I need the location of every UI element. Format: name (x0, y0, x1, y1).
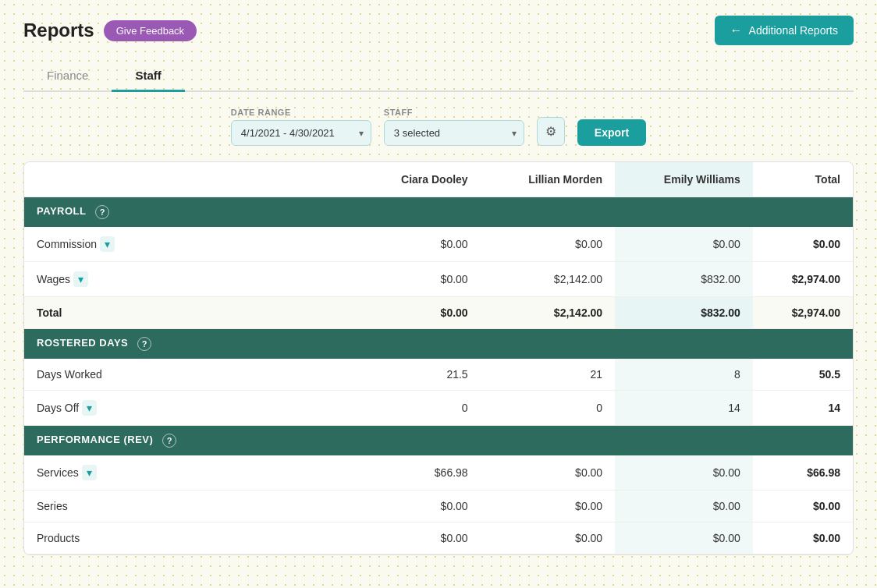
col-header-ciara: Ciara Dooley (356, 162, 481, 197)
wages-total: $2,974.00 (753, 262, 853, 297)
table-row: Series $0.00 $0.00 $0.00 $0.00 (24, 491, 853, 522)
row-label-wages: Wages ▾ (24, 262, 356, 297)
section-title-payroll: PAYROLL (37, 205, 86, 217)
header-left: Reports Give Feedback (23, 19, 197, 41)
dropdown-arrow-icon: ▾ (78, 273, 83, 285)
col-header-total: Total (753, 162, 853, 197)
wages-ciara: $0.00 (356, 262, 481, 297)
services-lillian: $0.00 (481, 455, 616, 491)
payroll-total-label: Total (24, 297, 356, 329)
settings-button[interactable]: ⚙ (537, 117, 565, 146)
tabs-row: Finance Staff (23, 61, 854, 92)
table-header: Ciara Dooley Lillian Morden Emily Willia… (24, 162, 853, 197)
days-off-dropdown-button[interactable]: ▾ (82, 400, 97, 416)
tab-staff[interactable]: Staff (112, 61, 184, 92)
arrow-left-icon: ← (730, 23, 743, 37)
staff-filter-group: STAFF 3 selected ▾ (384, 108, 524, 146)
col-header-lillian: Lillian Morden (481, 162, 616, 197)
staff-select-wrapper: 3 selected ▾ (384, 120, 524, 146)
series-emily: $0.00 (615, 491, 753, 522)
commission-total: $0.00 (753, 227, 853, 262)
services-total: $66.98 (753, 455, 853, 491)
payroll-total-total: $2,974.00 (753, 297, 853, 329)
payroll-total-row: Total $0.00 $2,142.00 $832.00 $2,974.00 (24, 297, 853, 329)
payroll-total-ciara: $0.00 (356, 297, 481, 329)
col-header-label (24, 162, 356, 197)
page-title: Reports (23, 19, 94, 41)
table-row: Days Off ▾ 0 0 14 14 (24, 391, 853, 426)
products-emily: $0.00 (615, 522, 753, 554)
date-range-label: DATE RANGE (231, 108, 371, 117)
series-lillian: $0.00 (481, 491, 616, 522)
row-label-products: Products (24, 522, 356, 554)
export-button[interactable]: Export (577, 119, 646, 146)
report-table-container: Ciara Dooley Lillian Morden Emily Willia… (23, 161, 854, 555)
products-lillian: $0.00 (481, 522, 616, 554)
col-header-emily: Emily Williams (615, 162, 753, 197)
series-ciara: $0.00 (356, 491, 481, 522)
additional-reports-label: Additional Reports (749, 24, 838, 37)
table-row: Commission ▾ $0.00 $0.00 $0.00 $0.00 (24, 227, 853, 262)
days-off-lillian: 0 (481, 391, 616, 426)
section-header-rostered-days: ROSTERED DAYS ? (24, 329, 853, 360)
table-row: Days Worked 21.5 21 8 50.5 (24, 359, 853, 391)
give-feedback-button[interactable]: Give Feedback (104, 20, 197, 41)
wages-emily: $832.00 (615, 262, 753, 297)
commission-lillian: $0.00 (481, 227, 616, 262)
row-label-days-worked: Days Worked (24, 359, 356, 391)
wages-lillian: $2,142.00 (481, 262, 616, 297)
days-off-emily: 14 (615, 391, 753, 426)
series-total: $0.00 (753, 491, 853, 522)
days-worked-total: 50.5 (753, 359, 853, 391)
row-label-services: Services ▾ (24, 455, 356, 491)
days-off-total: 14 (753, 391, 853, 426)
date-range-select[interactable]: 4/1/2021 - 4/30/2021 (231, 120, 371, 146)
filters-row: DATE RANGE 4/1/2021 - 4/30/2021 ▾ STAFF … (23, 108, 854, 146)
days-worked-lillian: 21 (481, 359, 616, 391)
days-off-ciara: 0 (356, 391, 481, 426)
dropdown-arrow-icon: ▾ (87, 402, 92, 414)
row-label-series: Series (24, 491, 356, 522)
additional-reports-button[interactable]: ← Additional Reports (715, 16, 854, 45)
dropdown-arrow-icon: ▾ (105, 238, 110, 250)
wages-dropdown-button[interactable]: ▾ (73, 271, 88, 287)
table-body: PAYROLL ? Commission ▾ $0.00 $0.00 (24, 197, 853, 554)
performance-rev-help-icon[interactable]: ? (162, 434, 176, 448)
payroll-help-icon[interactable]: ? (95, 205, 109, 219)
report-table: Ciara Dooley Lillian Morden Emily Willia… (24, 162, 853, 554)
payroll-total-emily: $832.00 (615, 297, 753, 329)
staff-label: STAFF (384, 108, 524, 117)
payroll-total-lillian: $2,142.00 (481, 297, 616, 329)
dropdown-arrow-icon: ▾ (87, 466, 92, 479)
products-ciara: $0.00 (356, 522, 481, 554)
table-row: Wages ▾ $0.00 $2,142.00 $832.00 $2,974.0… (24, 262, 853, 297)
page-container: Reports Give Feedback ← Additional Repor… (0, 0, 877, 588)
commission-dropdown-button[interactable]: ▾ (100, 236, 115, 252)
services-emily: $0.00 (615, 455, 753, 491)
date-range-select-wrapper: 4/1/2021 - 4/30/2021 ▾ (231, 120, 371, 146)
days-worked-ciara: 21.5 (356, 359, 481, 391)
services-dropdown-button[interactable]: ▾ (82, 465, 97, 480)
row-label-commission: Commission ▾ (24, 227, 356, 262)
header-row: Reports Give Feedback ← Additional Repor… (23, 16, 854, 45)
services-ciara: $66.98 (356, 455, 481, 491)
rostered-days-help-icon[interactable]: ? (137, 337, 151, 351)
days-worked-emily: 8 (615, 359, 753, 391)
commission-ciara: $0.00 (356, 227, 481, 262)
products-total: $0.00 (753, 522, 853, 554)
staff-select[interactable]: 3 selected (384, 120, 524, 146)
section-title-rostered-days: ROSTERED DAYS (37, 337, 128, 349)
section-header-payroll: PAYROLL ? (24, 197, 853, 228)
tab-finance[interactable]: Finance (23, 61, 112, 92)
section-title-performance-rev: PERFORMANCE (REV) (37, 434, 153, 445)
table-row: Products $0.00 $0.00 $0.00 $0.00 (24, 522, 853, 554)
table-row: Services ▾ $66.98 $0.00 $0.00 $66.98 (24, 455, 853, 491)
commission-emily: $0.00 (615, 227, 753, 262)
section-header-performance-rev: PERFORMANCE (REV) ? (24, 426, 853, 456)
date-range-filter-group: DATE RANGE 4/1/2021 - 4/30/2021 ▾ (231, 108, 371, 146)
gear-icon: ⚙ (545, 124, 556, 139)
row-label-days-off: Days Off ▾ (24, 391, 356, 426)
table-wrapper[interactable]: Ciara Dooley Lillian Morden Emily Willia… (24, 162, 853, 554)
